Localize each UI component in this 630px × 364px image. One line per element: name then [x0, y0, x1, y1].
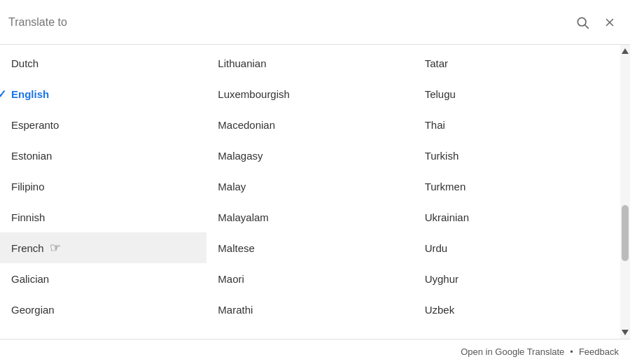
lang-item[interactable]: Maltese: [206, 232, 413, 263]
feedback-link[interactable]: Feedback: [579, 346, 619, 357]
lang-item[interactable]: Dutch: [0, 48, 206, 78]
language-column-2: LithuanianLuxembourgishMacedonianMalagas…: [206, 45, 413, 339]
footer: Open in Google Translate • Feedback: [0, 339, 630, 364]
lang-item[interactable]: Galician: [0, 263, 206, 294]
language-column-3: TatarTeluguThaiTurkishTurkmenUkrainianUr…: [414, 45, 620, 339]
lang-item[interactable]: Filipino: [0, 171, 206, 202]
lang-item-label: Lithuanian: [218, 57, 266, 69]
scrollbar-up-arrow[interactable]: [620, 45, 630, 57]
lang-item[interactable]: Telugu: [414, 78, 620, 109]
lang-item[interactable]: Malay: [206, 171, 413, 202]
lang-item[interactable]: Macedonian: [206, 109, 413, 140]
lang-item-label: Turkish: [425, 150, 459, 162]
lang-item[interactable]: ✓English: [0, 78, 206, 109]
lang-item[interactable]: Turkmen: [414, 171, 620, 202]
lang-item[interactable]: Tatar: [414, 48, 620, 78]
lang-item-label: English: [11, 88, 49, 100]
language-column-1: Dutch✓EnglishEsperantoEstonianFilipinoFi…: [0, 45, 206, 339]
lang-item-label: Telugu: [425, 88, 456, 100]
lang-item-label: Tatar: [425, 57, 448, 69]
lang-item[interactable]: Malayalam: [206, 202, 413, 232]
lang-item[interactable]: Urdu: [414, 232, 620, 263]
cursor-hand-icon: ☞: [50, 240, 61, 255]
lang-item[interactable]: Marathi: [206, 294, 413, 325]
lang-item-label: Thai: [425, 119, 445, 131]
lang-item-label: Estonian: [11, 150, 52, 162]
scrollbar-thumb-area: [620, 57, 630, 326]
lang-item-label: Malagasy: [218, 150, 262, 162]
lang-item[interactable]: Thai: [414, 109, 620, 140]
open-in-google-translate-link[interactable]: Open in Google Translate: [461, 346, 564, 357]
svg-line-1: [585, 24, 589, 28]
svg-marker-5: [622, 330, 629, 335]
lang-item-label: Dutch: [11, 57, 38, 69]
lang-item[interactable]: Lithuanian: [206, 48, 413, 78]
svg-marker-4: [622, 48, 629, 54]
search-button[interactable]: [570, 10, 595, 35]
lang-item-label: Malayalam: [218, 211, 269, 223]
lang-item-label: Filipino: [11, 181, 45, 192]
lang-item[interactable]: Georgian: [0, 294, 206, 325]
close-button[interactable]: [598, 10, 622, 34]
lang-item-label: Luxembourgish: [218, 88, 290, 100]
lang-item-label: Galician: [11, 273, 49, 285]
lang-item-label: Malay: [218, 181, 246, 192]
lang-item-label: Georgian: [11, 304, 55, 316]
lang-item-label: Turkmen: [425, 181, 466, 192]
lang-item[interactable]: Estonian: [0, 140, 206, 171]
scrollbar-track: [620, 45, 630, 339]
lang-item-label: Uzbek: [425, 304, 455, 316]
lang-item-label: Esperanto: [11, 119, 59, 131]
lang-item[interactable]: Uyghur: [414, 263, 620, 294]
search-icon: [575, 15, 589, 29]
lang-item-label: Maltese: [218, 242, 255, 254]
close-icon: [603, 16, 616, 29]
lang-item[interactable]: Esperanto: [0, 109, 206, 140]
lang-item[interactable]: Turkish: [414, 140, 620, 171]
search-bar: [0, 0, 630, 45]
footer-dot: •: [570, 346, 573, 357]
lang-item-label: French: [11, 242, 44, 254]
lang-item-label: Uyghur: [425, 273, 458, 285]
lang-item-label: Ukrainian: [425, 211, 469, 223]
lang-item[interactable]: Finnish: [0, 202, 206, 232]
lang-item[interactable]: Maori: [206, 263, 413, 294]
checkmark-icon: ✓: [0, 88, 6, 101]
lang-item[interactable]: Uzbek: [414, 294, 620, 325]
main-content: Dutch✓EnglishEsperantoEstonianFilipinoFi…: [0, 45, 630, 339]
lang-item-label: Finnish: [11, 211, 45, 223]
lang-item-label: Urdu: [425, 242, 448, 254]
lang-item-label: Macedonian: [218, 119, 275, 131]
language-columns: Dutch✓EnglishEsperantoEstonianFilipinoFi…: [0, 45, 620, 339]
scrollbar-thumb[interactable]: [622, 205, 629, 261]
lang-item[interactable]: Ukrainian: [414, 202, 620, 232]
lang-item[interactable]: Luxembourgish: [206, 78, 413, 109]
lang-item[interactable]: French☞: [0, 232, 206, 263]
lang-item-label: Maori: [218, 273, 244, 285]
lang-item-label: Marathi: [218, 304, 253, 316]
search-input[interactable]: [8, 16, 570, 29]
lang-item[interactable]: Malagasy: [206, 140, 413, 171]
scrollbar-down-arrow[interactable]: [620, 326, 630, 339]
